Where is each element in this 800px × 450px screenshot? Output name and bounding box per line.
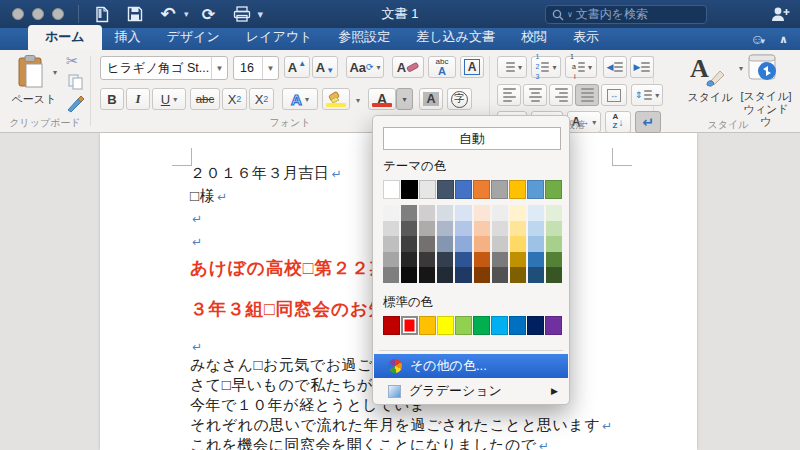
theme-color-variant-swatch[interactable] bbox=[492, 221, 508, 237]
theme-color-variant-swatch[interactable] bbox=[419, 252, 435, 268]
theme-color-variant-swatch[interactable] bbox=[383, 221, 399, 237]
tab-挿入[interactable]: 挿入 bbox=[102, 25, 154, 50]
format-painter-icon[interactable] bbox=[66, 94, 86, 118]
theme-color-variant-swatch[interactable] bbox=[419, 267, 435, 283]
minimize-window-button[interactable] bbox=[32, 8, 44, 20]
standard-color-swatch[interactable] bbox=[473, 316, 490, 335]
collapse-ribbon-icon[interactable]: ∧ bbox=[779, 33, 788, 46]
distribute-text-button[interactable]: ↔ bbox=[601, 84, 627, 106]
theme-color-variant-swatch[interactable] bbox=[437, 205, 453, 221]
theme-color-variant-swatch[interactable] bbox=[401, 252, 417, 268]
automatic-color-button[interactable]: 自動 bbox=[383, 127, 561, 150]
character-border-button[interactable]: A bbox=[460, 56, 484, 78]
character-shading-button[interactable]: A bbox=[419, 88, 443, 110]
save-icon[interactable] bbox=[122, 4, 148, 24]
tab-校閲[interactable]: 校閲 bbox=[508, 25, 560, 50]
tab-デザイン[interactable]: デザイン bbox=[154, 25, 233, 50]
strikethrough-button[interactable]: abc bbox=[190, 88, 220, 110]
align-center-button[interactable] bbox=[523, 84, 547, 106]
standard-color-swatch[interactable] bbox=[383, 316, 400, 335]
font-color-button[interactable]: A bbox=[368, 88, 396, 110]
more-colors-menu-item[interactable]: その他の色... bbox=[374, 354, 568, 378]
paste-icon[interactable] bbox=[16, 55, 46, 89]
theme-color-swatch[interactable] bbox=[509, 180, 526, 199]
theme-color-variant-swatch[interactable] bbox=[528, 236, 544, 252]
standard-color-swatch[interactable] bbox=[437, 316, 454, 335]
tab-差し込み文書[interactable]: 差し込み文書 bbox=[403, 25, 508, 50]
share-icon[interactable] bbox=[770, 5, 790, 27]
decrease-indent-button[interactable]: ◀ bbox=[603, 56, 627, 78]
theme-color-variant-swatch[interactable] bbox=[510, 221, 526, 237]
align-left-button[interactable] bbox=[497, 84, 521, 106]
phonetic-guide-button[interactable]: abc A bbox=[428, 56, 456, 78]
theme-color-variant-swatch[interactable] bbox=[419, 236, 435, 252]
line-spacing-button[interactable]: ⇕▾ bbox=[631, 84, 663, 106]
toolbar-overflow-caret-icon[interactable]: ▾ bbox=[258, 8, 264, 21]
theme-color-variant-swatch[interactable] bbox=[455, 267, 471, 283]
theme-color-swatch[interactable] bbox=[419, 180, 436, 199]
theme-color-variant-swatch[interactable] bbox=[474, 205, 490, 221]
theme-color-variant-swatch[interactable] bbox=[510, 267, 526, 283]
search-input[interactable]: ∨ 文書内を検索 bbox=[545, 5, 707, 24]
standard-color-swatch[interactable] bbox=[545, 316, 562, 335]
standard-color-swatch[interactable] bbox=[527, 316, 544, 335]
theme-color-variant-swatch[interactable] bbox=[474, 236, 490, 252]
theme-color-variant-swatch[interactable] bbox=[419, 221, 435, 237]
theme-color-variant-swatch[interactable] bbox=[401, 221, 417, 237]
theme-color-variant-swatch[interactable] bbox=[546, 221, 562, 237]
theme-color-variant-swatch[interactable] bbox=[510, 236, 526, 252]
text-effects-button[interactable]: A▾ bbox=[282, 88, 318, 110]
theme-color-variant-swatch[interactable] bbox=[528, 252, 544, 268]
style-window-button[interactable] bbox=[748, 54, 782, 86]
grow-font-button[interactable]: A▲ bbox=[284, 56, 310, 78]
highlight-dropdown-caret-icon[interactable]: ▾ bbox=[356, 96, 360, 105]
bold-button[interactable]: B bbox=[100, 88, 124, 110]
change-case-button[interactable]: Aa⟳▾ bbox=[346, 56, 384, 78]
window-controls[interactable] bbox=[12, 8, 64, 20]
increase-indent-button[interactable]: ▶ bbox=[630, 56, 654, 78]
theme-color-swatch[interactable] bbox=[473, 180, 490, 199]
theme-color-swatch[interactable] bbox=[491, 180, 508, 199]
theme-color-variant-swatch[interactable] bbox=[437, 236, 453, 252]
theme-color-variant-swatch[interactable] bbox=[401, 205, 417, 221]
theme-color-variant-swatch[interactable] bbox=[510, 205, 526, 221]
theme-color-variant-swatch[interactable] bbox=[492, 267, 508, 283]
theme-color-variant-swatch[interactable] bbox=[437, 252, 453, 268]
theme-color-variant-swatch[interactable] bbox=[546, 236, 562, 252]
theme-color-variant-swatch[interactable] bbox=[510, 252, 526, 268]
standard-color-swatch[interactable] bbox=[419, 316, 436, 335]
theme-color-variant-swatch[interactable] bbox=[492, 205, 508, 221]
align-right-button[interactable] bbox=[549, 84, 573, 106]
theme-color-variant-swatch[interactable] bbox=[546, 267, 562, 283]
theme-color-variant-swatch[interactable] bbox=[383, 205, 399, 221]
subscript-button[interactable]: X2 bbox=[222, 88, 247, 110]
theme-color-variant-swatch[interactable] bbox=[455, 221, 471, 237]
font-name-select[interactable]: ヒラギノ角ゴ St...▼ bbox=[100, 56, 228, 80]
copy-icon[interactable] bbox=[68, 74, 84, 94]
tab-レイアウト[interactable]: レイアウト bbox=[233, 25, 326, 50]
search-scope-caret-icon[interactable]: ∨ bbox=[567, 10, 573, 19]
enclose-characters-button[interactable]: 字 bbox=[447, 88, 472, 110]
theme-color-swatch[interactable] bbox=[401, 180, 418, 199]
theme-color-swatch[interactable] bbox=[527, 180, 544, 199]
theme-color-swatch[interactable] bbox=[383, 180, 400, 199]
font-color-dropdown-button[interactable]: ▾ bbox=[396, 88, 413, 110]
superscript-button[interactable]: X2 bbox=[249, 88, 274, 110]
theme-color-variant-swatch[interactable] bbox=[455, 205, 471, 221]
theme-color-variant-swatch[interactable] bbox=[528, 267, 544, 283]
paste-button[interactable]: ペースト bbox=[6, 92, 62, 107]
highlight-color-button[interactable] bbox=[322, 88, 350, 110]
print-icon[interactable] bbox=[229, 4, 255, 24]
gradient-menu-item[interactable]: グラデーション ▶ bbox=[374, 379, 568, 403]
shrink-font-button[interactable]: A▼ bbox=[312, 56, 338, 78]
feedback-smiley-icon[interactable]: ☺▾ bbox=[750, 30, 765, 48]
theme-color-variant-swatch[interactable] bbox=[401, 267, 417, 283]
theme-color-variant-swatch[interactable] bbox=[455, 236, 471, 252]
theme-color-variant-swatch[interactable] bbox=[401, 236, 417, 252]
justify-button[interactable] bbox=[575, 84, 599, 106]
tab-参照設定[interactable]: 参照設定 bbox=[325, 25, 403, 50]
undo-dropdown-caret-icon[interactable]: ▾ bbox=[184, 9, 189, 19]
theme-color-variant-swatch[interactable] bbox=[383, 252, 399, 268]
theme-color-swatch[interactable] bbox=[455, 180, 472, 199]
theme-color-variant-swatch[interactable] bbox=[474, 221, 490, 237]
